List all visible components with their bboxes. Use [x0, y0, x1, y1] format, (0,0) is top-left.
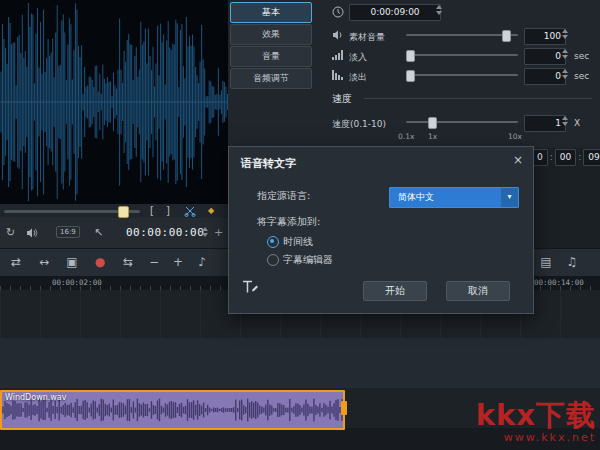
audio-clip[interactable]: WindDown.wav [0, 390, 345, 430]
tab-audio-tuning[interactable]: 音频调节 [230, 68, 312, 89]
ruler-label: 00:00:02:00 [52, 278, 102, 287]
volume-label: 素材音量 [349, 31, 385, 44]
aspect-ratio-badge[interactable]: 16:9 [56, 226, 80, 238]
insert-frame-icon[interactable]: ▣ [64, 256, 80, 269]
record-capture-icon[interactable]: ● [92, 256, 108, 269]
fade-out-icon [332, 70, 344, 80]
section-divider [364, 98, 592, 99]
split-clip-icon[interactable] [184, 206, 196, 217]
range-colon: : [578, 152, 581, 162]
select-cursor-icon[interactable]: ↖ [94, 227, 103, 239]
playhead-handle[interactable] [118, 206, 129, 218]
radio-subtitle-editor[interactable] [267, 254, 279, 266]
slider-handle[interactable] [406, 50, 415, 62]
speed-scale-min: 0.1x [398, 132, 414, 141]
range-seconds-field[interactable]: 09 [583, 149, 600, 166]
speed-spinner[interactable] [562, 116, 568, 126]
clip-name-label: WindDown.wav [5, 393, 67, 402]
transport-bar: ↻ 16:9 ↖ 00:00:00:00 + [0, 218, 228, 249]
loop-playback-icon[interactable]: ↻ [6, 227, 15, 239]
close-icon[interactable]: × [513, 153, 523, 167]
slider-handle[interactable] [502, 30, 511, 42]
auto-music-icon[interactable]: ♪ [194, 256, 210, 269]
playback-timecode[interactable]: 00:00:00:00 [126, 226, 204, 239]
fade-in-icon [332, 50, 344, 60]
dialog-title: 语音转文字 [241, 156, 296, 171]
speed-value-field[interactable]: 1 [524, 115, 566, 132]
slider-track [406, 121, 518, 123]
clip-trim-handle[interactable] [341, 401, 347, 415]
speech-to-text-dialog: 语音转文字 × 指定源语言: 简体中文 ▾ 将字幕添加到: 时间线 字幕编辑器 … [228, 146, 534, 314]
mute-speaker-icon[interactable] [26, 228, 38, 238]
track-area-bottom [0, 428, 600, 450]
fade-out-slider[interactable] [406, 69, 518, 81]
start-button[interactable]: 开始 [363, 281, 427, 301]
audio-waveform [0, 0, 228, 204]
clip-options-panel: 基本 效果 音量 音频调节 0:00:09:00 素材音量 100 淡入 0 s… [228, 0, 600, 148]
ripple-edit-icon[interactable]: ⇆ [120, 256, 136, 269]
volume-slider[interactable] [406, 29, 518, 41]
fade-out-value-field[interactable]: 0 [524, 68, 566, 85]
source-language-dropdown[interactable]: 简体中文 ▾ [389, 187, 519, 208]
volume-icon [332, 30, 344, 40]
tab-basic[interactable]: 基本 [230, 2, 312, 23]
fade-in-slider[interactable] [406, 49, 518, 61]
overlay-track[interactable] [0, 338, 600, 389]
speed-scale-max: 10x [508, 132, 522, 141]
clip-duration-field[interactable]: 0:00:09:00 [349, 4, 441, 21]
fade-out-spinner[interactable] [562, 69, 568, 79]
subtitle-font-style-icon[interactable] [242, 280, 259, 295]
radio-timeline-label[interactable]: 时间线 [283, 235, 313, 249]
zoom-out-icon[interactable]: − [146, 256, 162, 269]
range-hours-field[interactable]: 0 [532, 149, 548, 166]
fade-out-unit: sec [574, 71, 589, 81]
preview-waveform-panel [0, 0, 228, 204]
duration-spinner[interactable] [436, 5, 442, 15]
sound-mixer-icon[interactable]: ♫ [564, 256, 580, 269]
fit-project-icon[interactable]: ↔ [36, 256, 52, 269]
speed-scale-mid: 1x [428, 132, 437, 141]
swap-tracks-icon[interactable]: ⇄ [8, 256, 24, 269]
fade-in-label: 淡入 [349, 51, 367, 64]
slider-handle[interactable] [406, 70, 415, 82]
fade-in-unit: sec [574, 51, 589, 61]
ruler-label: 00:00:14:00 [534, 278, 584, 287]
fade-in-spinner[interactable] [562, 49, 568, 59]
timecode-spinner[interactable] [202, 227, 208, 237]
fade-in-value-field[interactable]: 0 [524, 48, 566, 65]
source-language-label: 指定源语言: [257, 189, 310, 203]
tab-effects[interactable]: 效果 [230, 24, 312, 45]
slider-track [406, 54, 518, 56]
tab-volume[interactable]: 音量 [230, 46, 312, 67]
add-subtitles-to-label: 将字幕添加到: [257, 215, 320, 229]
volume-value-field[interactable]: 100 [524, 28, 566, 45]
volume-spinner[interactable] [562, 29, 568, 39]
mark-in-button[interactable]: [ [150, 205, 154, 217]
chapter-marker-icon[interactable]: ◆ [208, 205, 214, 217]
track-manager-icon[interactable]: ▤ [538, 256, 554, 269]
speed-section-title: 速度 [332, 92, 352, 106]
pan-tool-icon[interactable]: + [214, 227, 223, 239]
speed-unit: X [574, 118, 580, 128]
slider-track [406, 74, 518, 76]
speed-label: 速度(0.1-10) [332, 118, 386, 131]
radio-subtitle-editor-label[interactable]: 字幕编辑器 [283, 253, 333, 267]
range-colon: : [550, 152, 553, 162]
speed-slider[interactable] [406, 116, 518, 128]
cancel-button[interactable]: 取消 [446, 281, 510, 301]
radio-timeline[interactable] [267, 236, 279, 248]
clock-icon [332, 6, 344, 18]
slider-handle[interactable] [428, 117, 437, 129]
preview-seek-row: [ ] ◆ [0, 204, 228, 219]
range-minutes-field[interactable]: 00 [555, 149, 576, 166]
mark-out-button[interactable]: ] [166, 205, 170, 217]
chevron-down-icon: ▾ [501, 188, 518, 207]
fade-out-label: 淡出 [349, 71, 367, 84]
zoom-in-icon[interactable]: + [170, 256, 186, 269]
dropdown-selected-value: 简体中文 [398, 188, 434, 206]
